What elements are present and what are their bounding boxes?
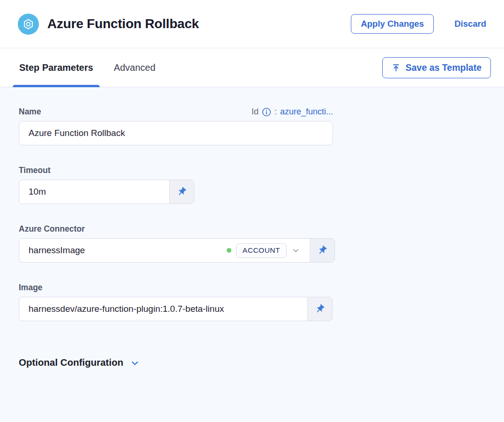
save-as-template-label: Save as Template [406, 62, 482, 73]
connector-select[interactable]: harnessImage ACCOUNT [19, 239, 310, 262]
image-label: Image [19, 283, 485, 293]
timeout-label: Timeout [19, 166, 485, 175]
tab-advanced-label: Advanced [114, 62, 156, 73]
apply-changes-button[interactable]: Apply Changes [351, 14, 434, 34]
image-field-block: Image [19, 283, 485, 321]
tab-step-parameters[interactable]: Step Parameters [13, 48, 100, 87]
connector-value: harnessImage [29, 245, 227, 256]
tab-advanced[interactable]: Advanced [107, 48, 162, 87]
optional-configuration-toggle[interactable]: Optional Configuration [19, 357, 140, 368]
step-parameters-form: Name Id : azure_functi... [0, 87, 504, 422]
step-config-panel: Azure Function Rollback Apply Changes Di… [0, 0, 504, 422]
info-circle-icon[interactable] [262, 107, 271, 117]
image-input[interactable] [19, 297, 307, 321]
name-field-block: Name Id : azure_functi... [19, 107, 485, 145]
step-id-value-link[interactable]: azure_functi... [280, 107, 333, 117]
timeout-input-group [19, 180, 194, 204]
timeout-input[interactable] [19, 180, 169, 203]
optional-configuration-label: Optional Configuration [19, 357, 123, 368]
upload-arrow-icon [392, 63, 400, 72]
connector-scope-badge: ACCOUNT [236, 243, 287, 258]
timeout-field-block: Timeout [19, 166, 485, 204]
tab-step-parameters-label: Step Parameters [19, 62, 93, 73]
discard-button[interactable]: Discard [454, 19, 486, 29]
save-as-template-button[interactable]: Save as Template [382, 57, 491, 78]
connector-input-type-selector[interactable] [310, 239, 334, 262]
page-title: Azure Function Rollback [47, 16, 199, 31]
tab-bar: Step Parameters Advanced Save as Templat… [0, 48, 504, 87]
connector-field-block: Azure Connector harnessImage ACCOUNT [19, 224, 485, 263]
connector-status-dot [227, 248, 231, 253]
step-type-icon [18, 14, 39, 35]
pushpin-icon [315, 304, 325, 314]
header: Azure Function Rollback Apply Changes Di… [0, 0, 504, 48]
name-input[interactable] [19, 121, 333, 145]
pushpin-icon [317, 245, 327, 256]
chevron-down-icon [130, 359, 140, 368]
timeout-input-type-selector[interactable] [169, 180, 194, 203]
connector-label: Azure Connector [19, 224, 485, 234]
image-input-type-selector[interactable] [307, 297, 332, 321]
pushpin-icon [177, 187, 187, 197]
image-input-group [19, 297, 333, 321]
chevron-down-icon[interactable] [292, 247, 300, 255]
connector-input-group: harnessImage ACCOUNT [19, 238, 335, 263]
id-label: Id [252, 107, 259, 117]
step-id-row: Id : azure_functi... [252, 107, 333, 117]
name-label: Name [19, 107, 41, 117]
id-colon: : [274, 107, 277, 117]
